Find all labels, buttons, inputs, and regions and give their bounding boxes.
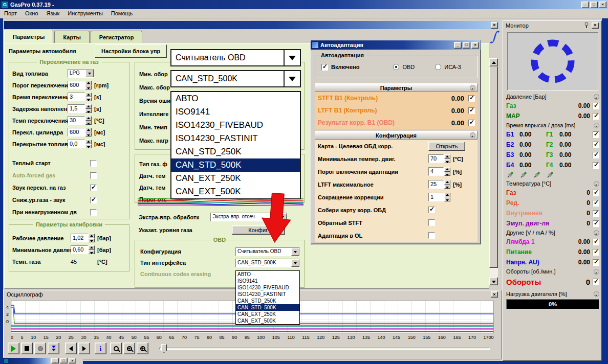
monitor-close-button[interactable]: × bbox=[592, 22, 599, 29]
scrollbar-thumb[interactable] bbox=[489, 66, 498, 268]
tab[interactable]: Карты bbox=[54, 31, 89, 43]
dropdown-option[interactable]: ISO9141 bbox=[236, 278, 299, 284]
dropdown-option[interactable]: CAN_STD_500K bbox=[236, 304, 299, 311]
spinner[interactable] bbox=[85, 104, 92, 113]
dropdown-option[interactable]: ISO14230_FIVEBAUD bbox=[171, 119, 300, 132]
value-field[interactable]: 1 bbox=[428, 193, 444, 201]
spinner[interactable] bbox=[444, 167, 450, 176]
page-scrollbar[interactable] bbox=[489, 58, 498, 285]
value-field[interactable]: 600 bbox=[68, 128, 85, 136]
obd-reader-combo[interactable]: Считыватель OBD bbox=[235, 247, 300, 256]
obd-reader-combo-large[interactable]: Считыватель OBD bbox=[170, 49, 301, 66]
document-close-button[interactable]: × bbox=[491, 22, 498, 29]
value-field[interactable]: 25 bbox=[428, 180, 444, 189]
chevron-down-icon[interactable] bbox=[284, 50, 300, 65]
value-field[interactable]: 1,5 bbox=[68, 104, 85, 113]
chevron-down-icon[interactable] bbox=[291, 259, 299, 267]
menu-item[interactable]: Помощь bbox=[107, 9, 137, 18]
spinner[interactable] bbox=[85, 140, 92, 148]
spinner[interactable] bbox=[444, 180, 450, 189]
chevron-down-icon[interactable] bbox=[85, 70, 94, 77]
dropdown-option[interactable]: ISO14230_FASTINIT bbox=[236, 291, 299, 298]
checkbox[interactable] bbox=[593, 113, 599, 120]
obd-interface-combo[interactable]: CAN_STD_500K bbox=[235, 259, 300, 267]
value-field[interactable]: 0,0 bbox=[68, 140, 85, 148]
zoom-in-alt-button[interactable]: + bbox=[137, 343, 148, 354]
checkbox[interactable] bbox=[593, 142, 599, 148]
fragment-restore-button[interactable]: □ bbox=[60, 358, 68, 363]
checkbox[interactable] bbox=[593, 279, 599, 285]
checkbox[interactable] bbox=[90, 160, 97, 167]
dropdown-option[interactable]: АВТО bbox=[236, 271, 299, 278]
checkbox[interactable] bbox=[90, 209, 97, 216]
scope-slider-handle[interactable] bbox=[161, 344, 167, 353]
info-button[interactable]: i bbox=[95, 343, 106, 354]
value-field[interactable]: 0,60 bbox=[71, 245, 88, 254]
oscilloscope-close-button[interactable]: × bbox=[491, 291, 498, 298]
checkbox[interactable] bbox=[468, 120, 475, 126]
collapse-icon[interactable] bbox=[594, 181, 599, 187]
dropdown-option[interactable]: CAN_STD_250K bbox=[236, 298, 299, 304]
collapse-icon[interactable] bbox=[594, 269, 599, 275]
checkbox[interactable] bbox=[593, 152, 599, 158]
dropdown-option[interactable]: ISO14230_FIVEBAUD bbox=[236, 284, 299, 291]
integral-icon[interactable]: ∫ bbox=[490, 29, 501, 45]
checkbox[interactable] bbox=[468, 107, 475, 114]
next-button[interactable] bbox=[78, 343, 90, 354]
chevron-down-icon[interactable] bbox=[284, 71, 300, 86]
checkbox[interactable] bbox=[90, 197, 97, 203]
collapse-icon[interactable] bbox=[470, 85, 475, 90]
checkbox[interactable] bbox=[593, 131, 599, 138]
dropdown-option[interactable]: CAN_EXT_500K bbox=[236, 317, 299, 324]
spinner[interactable] bbox=[85, 128, 92, 136]
checkbox[interactable] bbox=[90, 172, 97, 179]
dropdown-option[interactable]: CAN_STD_500K bbox=[171, 158, 300, 172]
value-field[interactable]: 3 bbox=[68, 93, 85, 101]
menu-item[interactable]: Язык bbox=[42, 9, 64, 18]
checkbox[interactable] bbox=[593, 259, 599, 266]
autoadaptation-title-bar[interactable]: Автоадаптация _ □ × bbox=[311, 40, 481, 50]
checkbox[interactable] bbox=[593, 239, 599, 245]
checkbox[interactable] bbox=[593, 200, 599, 207]
checkbox[interactable] bbox=[593, 220, 599, 227]
checkbox[interactable] bbox=[593, 190, 599, 196]
zoom-in-button[interactable]: + bbox=[123, 343, 135, 354]
checkbox[interactable] bbox=[593, 103, 599, 109]
value-field[interactable]: 70 bbox=[428, 154, 444, 163]
taskbar-window-fragment[interactable]: _ □ × bbox=[3, 357, 83, 364]
fragment-close-button[interactable]: × bbox=[69, 358, 76, 363]
scroll-down-icon[interactable] bbox=[489, 277, 498, 285]
spinner[interactable] bbox=[85, 81, 92, 89]
collapse-icon[interactable] bbox=[594, 123, 599, 128]
value-field[interactable]: 600 bbox=[68, 81, 85, 89]
checkbox[interactable] bbox=[593, 249, 599, 256]
spinner[interactable] bbox=[85, 116, 92, 125]
obd-radio[interactable] bbox=[393, 64, 399, 70]
spinner[interactable] bbox=[89, 234, 95, 242]
value-field[interactable]: 30 bbox=[68, 116, 85, 125]
record-button[interactable] bbox=[34, 343, 46, 354]
value-field[interactable]: 4 bbox=[428, 167, 444, 176]
menu-item[interactable]: Инструменты bbox=[63, 9, 107, 18]
fragment-minimize-button[interactable]: _ bbox=[51, 358, 59, 363]
dropdown-option[interactable]: ISO9141 bbox=[171, 105, 300, 119]
pin-icon[interactable] bbox=[584, 22, 590, 29]
spinner[interactable] bbox=[444, 154, 450, 163]
obd-interface-combo-large[interactable]: CAN_STD_500K bbox=[170, 70, 301, 87]
prev-button[interactable] bbox=[65, 343, 77, 354]
menu-item[interactable]: Порт bbox=[0, 9, 21, 18]
collapse-icon[interactable] bbox=[594, 230, 599, 236]
checkbox[interactable] bbox=[593, 210, 599, 217]
checkbox[interactable] bbox=[468, 95, 475, 102]
open-button[interactable]: Открыть bbox=[428, 142, 465, 151]
scope-slider-track[interactable] bbox=[159, 348, 490, 350]
chevron-down-icon[interactable] bbox=[291, 248, 299, 256]
maximize-button[interactable]: □ bbox=[463, 42, 470, 49]
dropdown-option[interactable]: АВТО bbox=[171, 92, 300, 105]
minimize-button[interactable]: _ bbox=[454, 42, 462, 49]
checkbox[interactable] bbox=[593, 162, 599, 169]
close-button[interactable]: × bbox=[599, 2, 606, 8]
checkbox[interactable] bbox=[428, 207, 435, 213]
spinner[interactable] bbox=[85, 93, 92, 101]
fuel-type-combo[interactable]: LPG bbox=[68, 69, 94, 78]
